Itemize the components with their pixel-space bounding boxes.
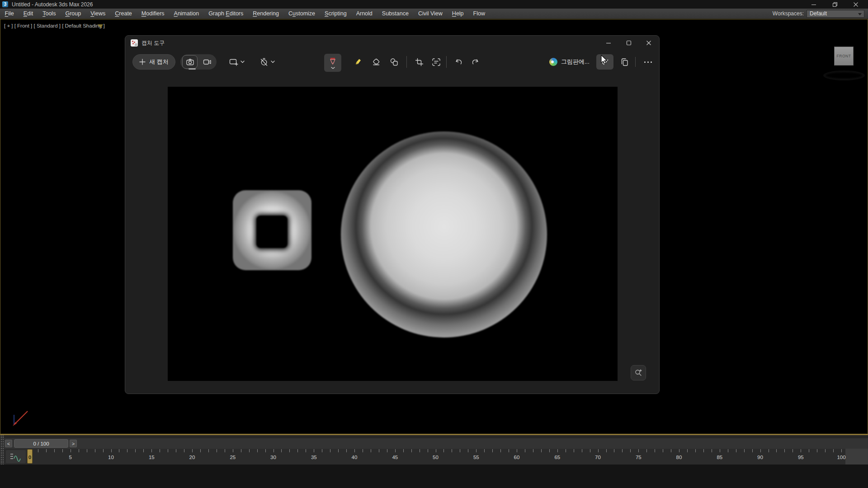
mouse-cursor <box>601 55 611 66</box>
ruler-tick <box>297 449 298 452</box>
ruler-tick <box>306 449 306 452</box>
visual-search-icon <box>634 369 642 377</box>
max-restore-button[interactable] <box>826 0 844 9</box>
menu-modifiers[interactable]: Modifiers <box>137 9 169 19</box>
ruler-tick <box>225 449 225 452</box>
ruler-tick <box>760 449 761 452</box>
minimize-icon <box>606 40 611 46</box>
menu-animation[interactable]: Animation <box>169 9 204 19</box>
captured-screenshot[interactable] <box>168 87 618 381</box>
menu-graph-editors[interactable]: Graph Editors <box>204 9 248 19</box>
ruler-tick <box>233 449 233 452</box>
ruler-tick <box>387 449 387 452</box>
text-actions-button[interactable] <box>428 54 444 70</box>
timer-dropdown[interactable] <box>255 54 280 70</box>
edit-in-paint-button[interactable]: 그림판에... <box>546 54 593 70</box>
frame-indicator[interactable]: 0 / 100 <box>14 439 68 448</box>
workspaces-label: Workspaces: <box>773 10 804 17</box>
ruler-label: 20 <box>189 455 195 460</box>
previous-frame-button[interactable]: < <box>5 440 12 447</box>
chevron-down-icon <box>858 13 862 15</box>
ruler-tick <box>338 449 339 452</box>
menu-tools[interactable]: Tools <box>38 9 61 19</box>
ruler-label: 30 <box>270 455 276 460</box>
menu-scripting[interactable]: Scripting <box>320 9 352 19</box>
new-capture-button[interactable]: 새 캡처 <box>132 54 175 70</box>
viewcube[interactable]: FRONT <box>822 38 868 83</box>
viewport-label[interactable]: [ + ] [ Front ] [ Standard ] [ Default S… <box>4 23 105 28</box>
ruler-tick <box>687 449 688 452</box>
menu-help[interactable]: Help <box>447 9 468 19</box>
menu-customize[interactable]: Customize <box>283 9 320 19</box>
ruler-tick <box>265 449 266 452</box>
workspaces-dropdown[interactable]: Default <box>807 10 864 18</box>
chevron-down-icon <box>331 67 335 69</box>
ruler-tick <box>590 449 590 452</box>
ruler-tick <box>62 449 63 452</box>
ruler-tick <box>143 449 144 452</box>
status-strip <box>0 465 868 488</box>
timeline-resize-gutter[interactable] <box>0 435 4 465</box>
ruler-tick <box>776 449 777 452</box>
menu-substance[interactable]: Substance <box>377 9 413 19</box>
ruler-tick <box>281 449 282 452</box>
highlighter-icon <box>354 57 363 66</box>
visual-search-button[interactable] <box>631 365 646 380</box>
menu-flow[interactable]: Flow <box>468 9 490 19</box>
eraser-button[interactable] <box>368 54 384 70</box>
plus-icon <box>139 59 146 65</box>
ruler-tick <box>192 449 193 452</box>
highlighter-button[interactable] <box>350 54 366 70</box>
copy-icon <box>620 58 629 66</box>
ruler-tick <box>728 449 728 452</box>
ruler-label: 100 <box>837 455 845 460</box>
minimize-icon <box>811 2 816 7</box>
ruler-tick <box>208 449 209 452</box>
next-frame-button[interactable]: > <box>70 440 77 447</box>
ruler-label: 45 <box>392 455 398 460</box>
menu-file[interactable]: File <box>0 9 19 19</box>
menu-create[interactable]: Create <box>110 9 137 19</box>
ruler-tick <box>468 449 468 452</box>
frame-ruler[interactable]: 0510152025303540455055606570758085909510… <box>4 449 868 465</box>
toolbar-separator <box>635 57 636 67</box>
menu-views[interactable]: Views <box>86 9 110 19</box>
snip-close-button[interactable] <box>639 36 659 50</box>
timeline-gap <box>4 435 868 438</box>
menu-rendering[interactable]: Rendering <box>248 9 284 19</box>
track-bar[interactable]: 0510152025303540455055606570758085909510… <box>4 449 868 465</box>
menu-group[interactable]: Group <box>61 9 86 19</box>
ballpoint-pen-button[interactable] <box>324 54 341 72</box>
video-mode-button[interactable] <box>199 55 215 69</box>
viewcube-front-face[interactable]: FRONT <box>834 47 854 66</box>
snip-minimize-button[interactable] <box>599 36 618 50</box>
copy-button[interactable] <box>616 54 632 70</box>
ruler-tick <box>492 449 493 452</box>
viewport-filter-icon[interactable] <box>98 24 103 28</box>
menu-edit[interactable]: Edit <box>19 9 38 19</box>
snipping-tool-window: 캡처 도구 새 캡처 <box>125 35 660 394</box>
photo-mode-button[interactable] <box>182 55 198 69</box>
ruler-tick <box>274 449 274 452</box>
max-close-button[interactable] <box>846 0 865 9</box>
more-options-icon <box>644 61 646 63</box>
close-icon <box>646 40 651 46</box>
menu-civil-view[interactable]: Civil View <box>413 9 447 19</box>
capture-shape-dropdown[interactable] <box>224 54 250 70</box>
more-options-button[interactable] <box>640 54 656 70</box>
ruler-tick <box>606 449 607 452</box>
ruler-tick <box>436 449 436 452</box>
ruler-tick <box>638 449 639 452</box>
ruler-tick <box>314 449 314 452</box>
undo-button[interactable] <box>451 54 467 70</box>
max-minimize-button[interactable] <box>804 0 823 9</box>
crop-button[interactable] <box>411 54 427 70</box>
ruler-tick <box>574 449 574 452</box>
snip-maximize-button[interactable] <box>619 36 639 50</box>
ruler-tick <box>841 449 842 452</box>
max-window-title: Untitled - Autodesk 3ds Max 2026 <box>12 1 93 8</box>
menu-arnold[interactable]: Arnold <box>351 9 377 19</box>
menu-items: FileEditToolsGroupViewsCreateModifiersAn… <box>0 9 490 19</box>
shapes-button[interactable] <box>386 54 402 70</box>
redo-button[interactable] <box>467 54 483 70</box>
